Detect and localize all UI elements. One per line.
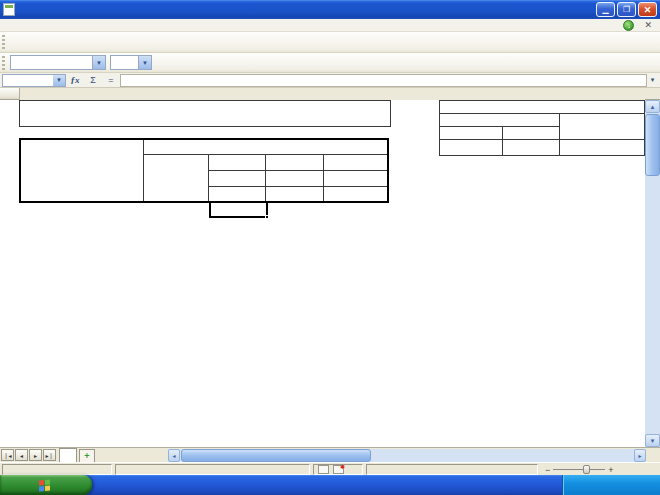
last-sheet-button[interactable]: ▸❘	[43, 449, 56, 461]
zoom-level[interactable]	[628, 464, 658, 475]
sum-button[interactable]: Σ	[85, 74, 101, 87]
libreoffice-calc-window: ▁ ❐ ✕ ↓ ✕ ▼ ▼ ▼ ƒx Σ =	[0, 0, 660, 495]
cell-a2-subtitle[interactable]	[20, 114, 390, 127]
cell-c5-atual-header[interactable]	[208, 155, 265, 171]
sheet-tab-bar: ❘◂ ◂ ▸ ▸❘ + ◂ ▸	[0, 447, 660, 462]
cell-g1-rate-title[interactable]	[440, 101, 645, 114]
add-sheet-button[interactable]: +	[79, 449, 95, 462]
merged-title-cells[interactable]	[19, 100, 391, 127]
cell-a4-nome-header[interactable]	[20, 139, 143, 202]
spreadsheet-grid[interactable]	[0, 100, 645, 447]
formula-button[interactable]: =	[103, 74, 119, 87]
font-name-select[interactable]: ▼	[10, 55, 106, 70]
calc-document-icon	[3, 3, 15, 16]
close-document-icon[interactable]: ✕	[644, 20, 652, 30]
scroll-down-button[interactable]: ▼	[645, 434, 660, 447]
cell-c7[interactable]	[208, 186, 265, 202]
column-headers	[0, 88, 660, 100]
vertical-scrollbar[interactable]: ▲ ▼	[645, 100, 660, 447]
active-cell-outline	[209, 201, 268, 218]
cell-g2-faixa-header[interactable]	[440, 114, 560, 127]
cell-b5-anterior-header[interactable]	[143, 155, 208, 202]
restore-button[interactable]: ❐	[617, 2, 636, 17]
cell-d5-atual-header[interactable]	[265, 155, 323, 171]
select-all-corner[interactable]	[0, 88, 20, 100]
scroll-up-button[interactable]: ▲	[645, 100, 660, 113]
zoom-slider[interactable]: − +	[545, 465, 614, 475]
cell-c6-procv-header[interactable]	[208, 171, 265, 187]
zoom-slider-thumb[interactable]	[583, 465, 590, 474]
cell-b4-salario-header[interactable]	[143, 139, 388, 155]
font-size-select[interactable]: ▼	[110, 55, 152, 70]
zoom-out-button[interactable]: −	[545, 465, 550, 475]
function-wizard-button[interactable]: ƒx	[67, 74, 83, 87]
formatting-toolbar: ▼ ▼	[0, 53, 660, 73]
update-available-icon[interactable]: ↓	[623, 20, 634, 31]
horizontal-scroll-thumb[interactable]	[181, 449, 371, 462]
minimize-button[interactable]: ▁	[596, 2, 615, 17]
toolbar-grip[interactable]	[2, 35, 5, 49]
start-button[interactable]	[0, 475, 92, 495]
fill-handle[interactable]	[265, 215, 269, 219]
rate-table[interactable]	[439, 100, 645, 156]
scroll-left-button[interactable]: ◂	[168, 449, 180, 462]
horizontal-scrollbar[interactable]: ◂ ▸	[168, 449, 646, 462]
cell-a1-title[interactable]	[20, 101, 390, 114]
sheet-position[interactable]	[2, 464, 112, 475]
expand-formula-bar-icon[interactable]: ▾	[647, 76, 658, 84]
status-bar: − +	[0, 462, 660, 475]
sheet-tab-planilha1[interactable]	[59, 448, 77, 462]
sum-display[interactable]	[366, 464, 538, 475]
formula-bar: ▼ ƒx Σ = ▾	[0, 73, 660, 88]
windows-logo-icon	[39, 479, 50, 491]
windows-taskbar	[0, 475, 660, 495]
cell-h4[interactable]	[503, 140, 560, 156]
previous-sheet-button[interactable]: ◂	[15, 449, 28, 461]
scroll-right-button[interactable]: ▸	[634, 449, 646, 462]
toolbar-grip[interactable]	[2, 56, 5, 70]
page-style[interactable]	[115, 464, 310, 475]
cell-e5-atual-header[interactable]	[323, 155, 388, 171]
cell-g4[interactable]	[440, 140, 503, 156]
next-sheet-button[interactable]: ▸	[29, 449, 42, 461]
cell-e6-se2-header[interactable]	[323, 171, 388, 187]
chevron-down-icon[interactable]: ▼	[138, 56, 151, 69]
scrollbar-corner	[645, 88, 660, 100]
standard-toolbar	[0, 32, 660, 53]
cell-h3-final-header[interactable]	[503, 127, 560, 140]
unsaved-changes-icon[interactable]	[333, 465, 344, 474]
close-button[interactable]: ✕	[638, 2, 657, 17]
formula-input[interactable]	[120, 74, 647, 87]
first-sheet-button[interactable]: ❘◂	[1, 449, 14, 461]
menu-bar: ↓ ✕	[0, 19, 660, 32]
cell-i2-pct-header[interactable]	[560, 114, 645, 140]
cell-d6-se1-header[interactable]	[265, 171, 323, 187]
cell-d7[interactable]	[265, 186, 323, 202]
chevron-down-icon[interactable]: ▼	[92, 56, 105, 69]
zoom-in-button[interactable]: +	[608, 465, 613, 475]
cell-reference-box[interactable]: ▼	[2, 74, 66, 87]
cell-g3-inicial-header[interactable]	[440, 127, 503, 140]
cell-i4[interactable]	[560, 140, 645, 156]
system-tray	[562, 475, 660, 495]
chevron-down-icon[interactable]: ▼	[53, 75, 65, 86]
title-bar: ▁ ❐ ✕	[0, 0, 660, 19]
insert-mode-icon[interactable]	[318, 465, 329, 474]
vertical-scroll-thumb[interactable]	[645, 114, 660, 176]
salary-table[interactable]	[19, 138, 389, 203]
cell-e7[interactable]	[323, 186, 388, 202]
